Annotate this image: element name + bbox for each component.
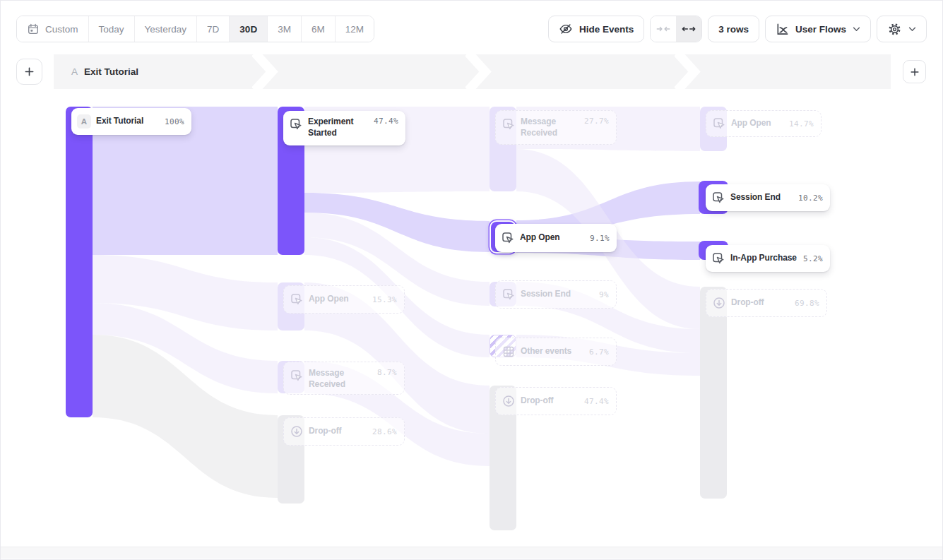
drop-off-icon — [502, 394, 516, 408]
event-icon — [290, 369, 304, 383]
hide-events-label: Hide Events — [579, 24, 634, 35]
date-range-custom[interactable]: Custom — [17, 16, 89, 42]
date-range-7d[interactable]: 7D — [197, 16, 230, 42]
event-icon — [711, 251, 725, 266]
node-value: 6.7% — [589, 347, 609, 357]
chevron-down-icon — [853, 27, 860, 32]
drop-off-4-bar[interactable] — [700, 287, 727, 499]
node-value: 27.7% — [584, 117, 609, 126]
node-label: Session End — [521, 289, 571, 300]
node-value: 47.4% — [374, 117, 398, 126]
expand-columns-button[interactable] — [676, 16, 701, 42]
drop-off-2-card[interactable]: Drop-off28.6% — [283, 417, 405, 446]
event-icon — [289, 117, 303, 131]
node-label: App Open — [731, 118, 771, 129]
date-range-label: 6M — [312, 24, 325, 35]
date-range-3m[interactable]: 3M — [268, 16, 302, 42]
add-end-step-button[interactable] — [903, 60, 926, 83]
node-label: App Open — [309, 294, 349, 305]
top-toolbar: CustomTodayYesterday7D30D3M6M12M Hide Ev… — [16, 16, 927, 42]
step-letter: A — [71, 66, 78, 77]
other-events-3-card[interactable]: Other events6.7% — [495, 338, 617, 366]
date-range-12m[interactable]: 12M — [336, 16, 374, 42]
node-value: 15.3% — [372, 295, 397, 304]
event-icon — [502, 287, 516, 302]
node-value: 9% — [599, 290, 609, 299]
date-range-label: 12M — [345, 24, 364, 35]
user-flows-app: CustomTodayYesterday7D30D3M6M12M Hide Ev… — [0, 0, 943, 560]
node-label: Other events — [521, 346, 571, 357]
node-label: Message Received — [309, 368, 369, 390]
plus-icon — [24, 66, 35, 77]
app-open-3-card[interactable]: App Open9.1% — [495, 224, 617, 252]
in-app-purchase-4-card[interactable]: In-App Purchase5.2% — [706, 245, 830, 272]
node-value: 28.6% — [372, 427, 397, 436]
flow-canvas: AExit Tutorial100% Experiment Started47.… — [1, 89, 943, 544]
date-range-label: Yesterday — [145, 24, 187, 35]
other-events-icon — [502, 345, 516, 359]
drop-off-icon — [712, 296, 726, 310]
node-value: 5.2% — [803, 254, 823, 263]
node-value: 69.8% — [795, 299, 819, 308]
node-value: 47.4% — [584, 397, 609, 406]
step-header-bar[interactable]: A Exit Tutorial — [54, 54, 891, 89]
exit-tutorial-bar[interactable] — [66, 107, 93, 417]
arrows-inward-icon — [656, 25, 670, 33]
column-width-toggle — [650, 16, 702, 42]
step-label: A Exit Tutorial — [54, 66, 138, 77]
node-label: Experiment Started — [308, 117, 369, 138]
event-icon — [502, 117, 516, 131]
hide-events-button[interactable]: Hide Events — [548, 16, 644, 42]
add-start-step-button[interactable] — [16, 59, 42, 85]
node-value: 10.2% — [798, 193, 823, 203]
node-label: Session End — [730, 192, 781, 203]
date-range-30d[interactable]: 30D — [230, 16, 268, 42]
user-flows-icon — [776, 23, 789, 36]
experiment-started-card[interactable]: Experiment Started47.4% — [283, 111, 405, 145]
rows-label: 3 rows — [718, 24, 749, 35]
date-range-yesterday[interactable]: Yesterday — [135, 16, 198, 42]
message-received-2-card[interactable]: Message Received8.7% — [283, 362, 405, 395]
date-range-label: Custom — [45, 24, 78, 35]
node-label: Drop-off — [521, 395, 554, 407]
app-open-4-card[interactable]: App Open14.7% — [706, 110, 822, 137]
session-end-3-card[interactable]: Session End9% — [495, 280, 617, 309]
settings-dropdown[interactable] — [877, 16, 927, 42]
node-label: Drop-off — [731, 297, 764, 309]
date-range-label: Today — [99, 24, 124, 35]
view-type-label: User Flows — [795, 24, 846, 35]
step-chevron-separator — [675, 54, 704, 89]
drop-off-4-card[interactable]: Drop-off69.8% — [706, 289, 827, 317]
view-type-dropdown[interactable]: User Flows — [765, 16, 871, 42]
date-range-6m[interactable]: 6M — [302, 16, 336, 42]
step-chevron-separator — [465, 54, 495, 89]
event-icon — [290, 292, 304, 306]
eye-off-icon — [559, 22, 573, 36]
date-range-label: 7D — [207, 24, 219, 35]
node-value: 8.7% — [377, 368, 397, 377]
toolbar-right: Hide Events — [548, 16, 927, 42]
exit-tutorial-card[interactable]: AExit Tutorial100% — [71, 108, 191, 135]
node-value: 9.1% — [590, 234, 610, 243]
collapse-columns-button[interactable] — [651, 16, 676, 42]
node-label: Exit Tutorial — [96, 116, 143, 127]
drop-off-3-card[interactable]: Drop-off47.4% — [495, 387, 617, 415]
arrows-outward-icon — [682, 25, 696, 33]
date-range-picker: CustomTodayYesterday7D30D3M6M12M — [16, 16, 374, 42]
node-value: 100% — [165, 117, 184, 126]
node-label: Drop-off — [309, 426, 342, 437]
step-title: Exit Tutorial — [84, 66, 138, 77]
session-end-4-card[interactable]: Session End10.2% — [706, 184, 830, 211]
node-label: In-App Purchase — [730, 253, 797, 264]
drop-off-icon — [290, 424, 304, 439]
date-range-today[interactable]: Today — [89, 16, 135, 42]
app-open-2-card[interactable]: App Open15.3% — [283, 285, 405, 314]
rows-button[interactable]: 3 rows — [708, 16, 759, 42]
event-icon — [711, 191, 725, 205]
event-icon — [501, 231, 515, 245]
message-received-3-card[interactable]: Message Received27.7% — [495, 110, 617, 145]
gear-icon — [887, 22, 902, 37]
plus-icon — [910, 67, 920, 77]
calendar-icon — [27, 23, 40, 35]
node-label: Message Received — [521, 117, 579, 138]
